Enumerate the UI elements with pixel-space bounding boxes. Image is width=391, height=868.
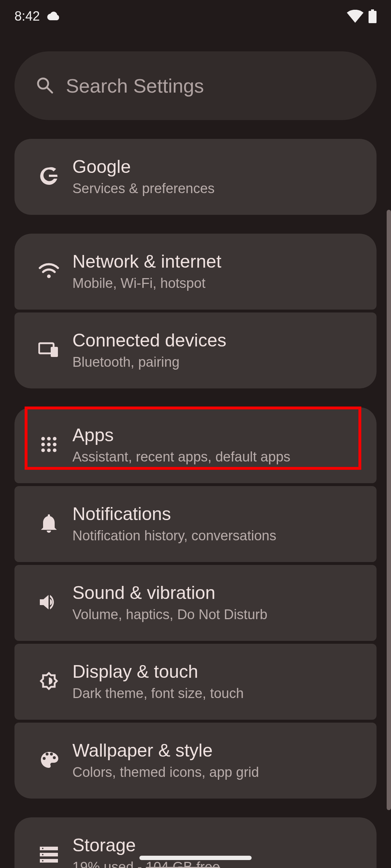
settings-item-title: Wallpaper & style bbox=[72, 740, 366, 761]
svg-point-10 bbox=[53, 443, 56, 446]
svg-point-19 bbox=[42, 860, 43, 861]
cloud-icon bbox=[45, 11, 61, 22]
devices-icon bbox=[38, 342, 59, 359]
status-time: 8:42 bbox=[14, 9, 40, 24]
settings-item-sound[interactable]: Sound & vibration Volume, haptics, Do No… bbox=[14, 565, 377, 641]
svg-point-17 bbox=[42, 848, 43, 849]
svg-point-2 bbox=[47, 275, 51, 278]
settings-item-subtitle: Bluetooth, pairing bbox=[72, 353, 366, 371]
svg-point-18 bbox=[42, 854, 43, 855]
settings-item-connected-devices[interactable]: Connected devices Bluetooth, pairing bbox=[14, 312, 377, 388]
settings-item-subtitle: Dark theme, font size, touch bbox=[72, 685, 366, 702]
speaker-icon bbox=[40, 593, 58, 612]
settings-item-title: Google bbox=[72, 156, 366, 178]
svg-point-7 bbox=[53, 437, 56, 441]
settings-item-display[interactable]: Display & touch Dark theme, font size, t… bbox=[14, 644, 377, 720]
storage-icon bbox=[40, 847, 58, 864]
settings-item-title: Connected devices bbox=[72, 329, 366, 351]
settings-scroll-area[interactable]: Search Settings Google Services & prefer… bbox=[0, 51, 391, 868]
scrollbar[interactable] bbox=[387, 210, 391, 810]
settings-item-subtitle: Notification history, conversations bbox=[72, 527, 366, 545]
svg-rect-4 bbox=[51, 347, 58, 357]
svg-point-13 bbox=[53, 448, 56, 452]
search-icon bbox=[35, 76, 54, 95]
battery-icon bbox=[369, 9, 377, 23]
svg-point-8 bbox=[41, 443, 45, 446]
search-settings-bar[interactable]: Search Settings bbox=[14, 51, 377, 120]
settings-item-google[interactable]: Google Services & preferences bbox=[14, 139, 377, 215]
settings-item-title: Display & touch bbox=[72, 661, 366, 682]
settings-item-subtitle: Colors, themed icons, app grid bbox=[72, 763, 366, 781]
settings-item-title: Network & internet bbox=[72, 251, 366, 272]
gesture-handle[interactable] bbox=[139, 856, 252, 860]
svg-point-5 bbox=[41, 437, 45, 441]
settings-item-wallpaper[interactable]: Wallpaper & style Colors, themed icons, … bbox=[14, 723, 377, 799]
wifi-icon bbox=[38, 263, 59, 280]
settings-item-notifications[interactable]: Notifications Notification history, conv… bbox=[14, 486, 377, 562]
settings-item-title: Notifications bbox=[72, 503, 366, 525]
svg-point-9 bbox=[47, 443, 51, 446]
svg-point-12 bbox=[47, 448, 51, 452]
brightness-icon bbox=[39, 672, 58, 692]
bell-icon bbox=[41, 514, 57, 534]
google-icon bbox=[39, 166, 59, 188]
settings-item-subtitle: Volume, haptics, Do Not Disturb bbox=[72, 606, 366, 624]
svg-line-1 bbox=[47, 88, 52, 93]
settings-item-apps[interactable]: Apps Assistant, recent apps, default app… bbox=[14, 407, 377, 483]
settings-item-subtitle: Services & preferences bbox=[72, 180, 366, 197]
wifi-icon bbox=[347, 10, 363, 23]
svg-point-11 bbox=[41, 448, 45, 452]
apps-grid-icon bbox=[40, 436, 58, 455]
palette-icon bbox=[39, 750, 58, 771]
svg-point-6 bbox=[47, 437, 51, 441]
settings-item-subtitle: Assistant, recent apps, default apps bbox=[72, 448, 366, 466]
settings-item-title: Apps bbox=[72, 424, 366, 446]
status-bar: 8:42 bbox=[0, 0, 391, 33]
settings-item-network[interactable]: Network & internet Mobile, Wi-Fi, hotspo… bbox=[14, 234, 377, 310]
settings-item-subtitle: Mobile, Wi-Fi, hotspot bbox=[72, 275, 366, 292]
settings-item-title: Sound & vibration bbox=[72, 582, 366, 604]
settings-item-storage[interactable]: Storage 19% used - 104 GB free bbox=[14, 817, 377, 868]
settings-item-title: Storage bbox=[72, 834, 366, 856]
search-placeholder: Search Settings bbox=[66, 75, 204, 97]
